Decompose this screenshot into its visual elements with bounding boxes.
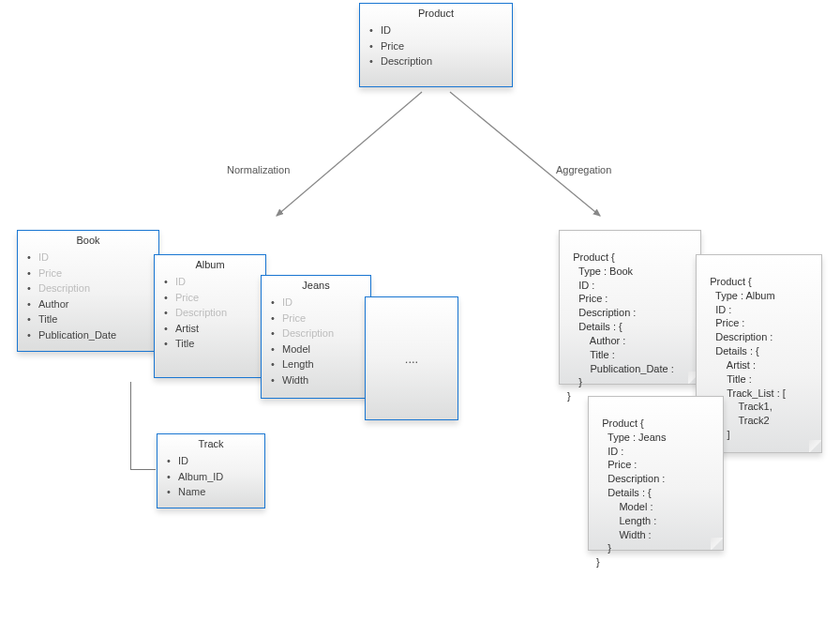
doc-fold-icon (809, 440, 822, 453)
aggregation-label: Aggregation (556, 164, 611, 175)
track-box: Track ID Album_ID Name (157, 433, 265, 508)
jeans-attr: Length (271, 357, 365, 372)
jeans-title: Jeans (262, 276, 370, 293)
more-dots: .... (366, 352, 458, 366)
track-title: Track (158, 434, 264, 451)
product-title: Product (360, 4, 512, 21)
album-title: Album (155, 255, 265, 272)
book-attr: Title (27, 311, 153, 327)
more-box: .... (365, 296, 458, 420)
product-attr: Price (369, 38, 506, 54)
album-attr: Title (164, 336, 260, 352)
product-book-body: Product { Type : Book ID : Price : Descr… (567, 251, 674, 402)
jeans-attr: Description (271, 326, 365, 341)
svg-line-2 (450, 92, 600, 216)
book-attr: Price (27, 265, 153, 281)
product-book-doc: Product { Type : Book ID : Price : Descr… (559, 230, 701, 385)
product-jeans-body: Product { Type : Jeans ID : Price : Desc… (596, 417, 666, 568)
album-box: Album ID Price Description Artist Title (154, 254, 266, 378)
doc-fold-icon (711, 538, 724, 551)
album-attr: Price (164, 290, 260, 306)
track-attr: Name (167, 484, 259, 500)
product-box: Product ID Price Description (359, 3, 513, 87)
product-attr: ID (369, 23, 506, 38)
album-attr: ID (164, 274, 260, 290)
track-attr: Album_ID (167, 469, 259, 485)
book-attr: Author (27, 296, 153, 312)
book-attr: ID (27, 250, 153, 265)
album-track-connector (130, 382, 156, 470)
track-attr: ID (167, 453, 259, 469)
normalization-label: Normalization (227, 164, 290, 175)
jeans-box: Jeans ID Price Description Model Length … (261, 275, 371, 399)
book-title: Book (18, 231, 158, 248)
jeans-attr: Model (271, 341, 365, 357)
book-attr: Publication_Date (27, 327, 153, 343)
product-jeans-doc: Product { Type : Jeans ID : Price : Desc… (588, 396, 724, 551)
book-box: Book ID Price Description Author Title P… (17, 230, 159, 352)
product-attr: Description (369, 53, 506, 69)
album-attr: Artist (164, 321, 260, 337)
svg-line-1 (277, 92, 422, 216)
jeans-attr: Price (271, 311, 365, 326)
jeans-attr: ID (271, 295, 365, 311)
book-attr: Description (27, 281, 153, 296)
album-attr: Description (164, 305, 260, 321)
jeans-attr: Width (271, 372, 365, 388)
